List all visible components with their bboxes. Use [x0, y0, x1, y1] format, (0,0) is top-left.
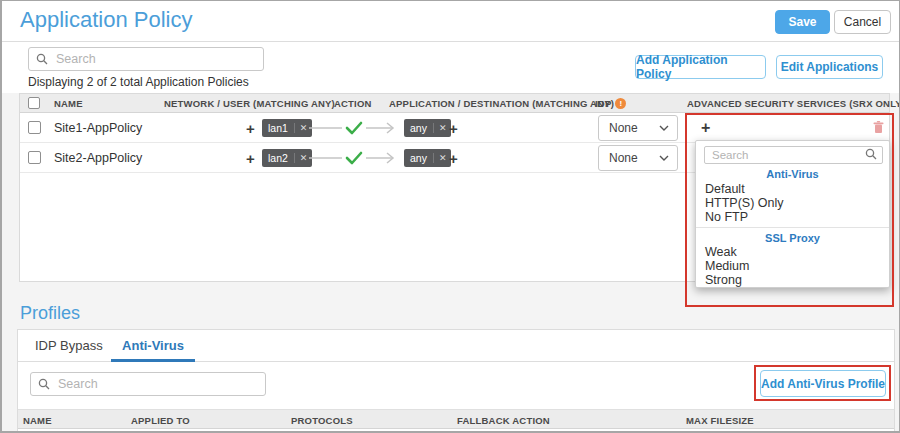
option-strong[interactable]: Strong: [705, 273, 885, 287]
header-bar: Application Policy Save Cancel: [2, 1, 899, 42]
trash-icon[interactable]: [873, 121, 884, 134]
add-application-policy-button[interactable]: Add Application Policy: [635, 55, 766, 79]
option-default[interactable]: Default: [705, 182, 885, 196]
policy-name: Site2-AppPolicy: [54, 151, 142, 165]
group-label-anti-virus: Anti-Virus: [696, 168, 889, 180]
idp-info-icon[interactable]: !: [615, 98, 626, 109]
search-icon: [865, 148, 877, 160]
profiles-panel: IDP Bypass Anti-Virus Add Anti-Virus Pro…: [17, 329, 895, 432]
active-tab-underline: [111, 359, 195, 362]
add-anti-virus-profile-button[interactable]: Add Anti-Virus Profile: [760, 370, 886, 397]
policy-table-header: NAME NETWORK / USER (MATCHING ANY) ACTIO…: [20, 94, 889, 113]
row-checkbox[interactable]: [28, 151, 41, 164]
application-policy-page: Application Policy Save Cancel Displayin…: [0, 0, 900, 433]
idp-select[interactable]: None: [598, 145, 678, 171]
option-medium[interactable]: Medium: [705, 259, 885, 273]
tab-anti-virus[interactable]: Anti-Virus: [111, 330, 195, 362]
row-checkbox[interactable]: [28, 121, 41, 134]
column-applied-to: APPLIED TO: [131, 415, 190, 426]
divider: [696, 227, 889, 228]
add-application-icon[interactable]: +: [449, 151, 458, 166]
table-row: Site1-AppPolicy + lan1 ✕ any ✕ + None +: [20, 113, 889, 143]
search-icon: [38, 378, 50, 390]
idp-select[interactable]: None: [598, 115, 678, 141]
save-button[interactable]: Save: [775, 10, 830, 34]
group-label-ssl-proxy: SSL Proxy: [696, 232, 889, 244]
tab-idp-bypass[interactable]: IDP Bypass: [35, 330, 103, 362]
chevron-down-icon: [659, 155, 677, 161]
services-search-input[interactable]: [704, 146, 883, 164]
policy-search-input[interactable]: [28, 47, 264, 71]
column-idp: IDP!: [595, 98, 626, 109]
profiles-search: [30, 372, 266, 396]
select-all-checkbox[interactable]: [28, 97, 40, 109]
option-https-only[interactable]: HTTP(S) Only: [705, 196, 885, 210]
application-tag-chip: any ✕: [404, 149, 451, 167]
column-application-destination: APPLICATION / DESTINATION (MATCHING ANY): [389, 98, 614, 109]
option-weak[interactable]: Weak: [705, 245, 885, 259]
add-application-icon[interactable]: +: [449, 121, 458, 136]
column-advanced-security: ADVANCED SECURITY SERVICES (SRX ONLY): [687, 98, 900, 109]
column-max-filesize: MAX FILESIZE: [686, 415, 754, 426]
column-action: ACTION: [334, 98, 372, 109]
application-tag-chip: any ✕: [404, 119, 451, 137]
edit-applications-button[interactable]: Edit Applications: [776, 55, 883, 79]
column-name: NAME: [54, 98, 83, 109]
policy-name: Site1-AppPolicy: [54, 121, 142, 135]
action-allow-indicator: [309, 150, 399, 166]
profiles-tabs: IDP Bypass Anti-Virus: [18, 330, 894, 362]
column-fallback-action: FALLBACK ACTION: [457, 415, 550, 426]
page-title: Application Policy: [20, 7, 192, 33]
column-protocols: PROTOCOLS: [291, 415, 353, 426]
services-search: [704, 145, 883, 163]
profiles-table-header: NAME APPLIED TO PROTOCOLS FALLBACK ACTIO…: [18, 409, 894, 429]
action-allow-indicator: [309, 120, 399, 136]
policy-search: [28, 47, 264, 71]
profiles-heading: Profiles: [20, 303, 80, 324]
add-service-icon[interactable]: +: [701, 120, 710, 135]
search-icon: [36, 53, 48, 65]
services-dropdown: Anti-Virus Default HTTP(S) Only No FTP S…: [695, 140, 890, 288]
cancel-button[interactable]: Cancel: [834, 10, 891, 34]
profiles-search-input[interactable]: [30, 372, 266, 396]
chevron-down-icon: [659, 125, 677, 131]
network-tag-chip: lan2 ✕: [262, 149, 312, 167]
displaying-count: Displaying 2 of 2 total Application Poli…: [28, 75, 249, 89]
network-tag-chip: lan1 ✕: [262, 119, 312, 137]
option-no-ftp[interactable]: No FTP: [705, 210, 885, 224]
add-network-icon[interactable]: +: [246, 121, 255, 136]
column-name: NAME: [23, 415, 52, 426]
column-network-user: NETWORK / USER (MATCHING ANY): [164, 98, 335, 109]
add-network-icon[interactable]: +: [246, 151, 255, 166]
